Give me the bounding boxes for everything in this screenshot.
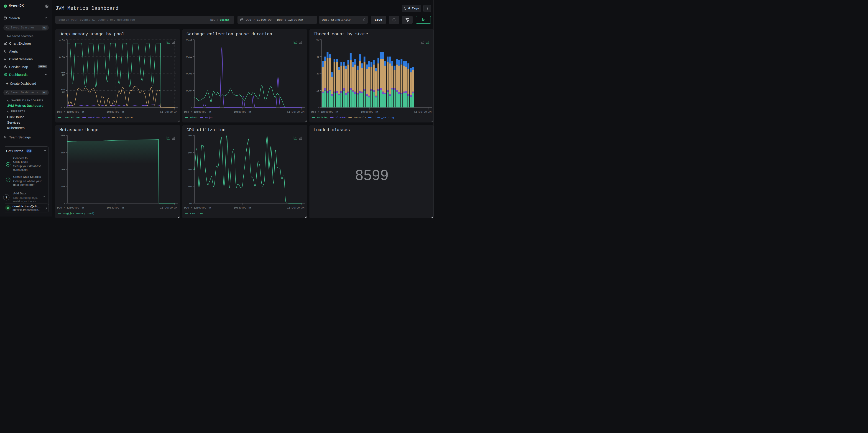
svg-text:11:30:00 AM: 11:30:00 AM <box>160 111 177 113</box>
svg-text:15: 15 <box>316 89 319 92</box>
svg-text:10:30:00 PM: 10:30:00 PM <box>106 206 124 209</box>
svg-text:?: ? <box>5 195 7 199</box>
svg-text:50M: 50M <box>61 168 65 171</box>
svg-text:blocked: blocked <box>335 116 346 119</box>
svg-text:Dec 7 12:00:00 PM: Dec 7 12:00:00 PM <box>57 111 84 113</box>
svg-text:MB: MB <box>62 74 65 77</box>
svg-text:Survivor Space: Survivor Space <box>88 116 110 119</box>
svg-text:timed_waiting: timed_waiting <box>373 116 394 119</box>
svg-text:11:30:00 AM: 11:30:00 AM <box>287 206 304 209</box>
svg-text:10:30:00 PM: 10:30:00 PM <box>106 111 124 113</box>
svg-text:25M: 25M <box>61 185 65 188</box>
svg-text:11:30:00 AM: 11:30:00 AM <box>160 206 177 209</box>
svg-text:40%: 40% <box>188 134 192 137</box>
svg-text:Dec 7 12:00:00 PM: Dec 7 12:00:00 PM <box>184 206 211 209</box>
svg-text:10:30:00 PM: 10:30:00 PM <box>234 111 251 113</box>
svg-text:major: major <box>206 116 213 119</box>
svg-text:0.12: 0.12 <box>186 55 192 58</box>
svg-text:Dec 7 12:00:00 PM: Dec 7 12:00:00 PM <box>184 111 211 113</box>
svg-text:runnable: runnable <box>353 116 366 119</box>
svg-text:avg(jvm.memory.used): avg(jvm.memory.used) <box>63 212 95 215</box>
svg-text:60: 60 <box>316 38 319 41</box>
svg-text:waiting: waiting <box>317 116 328 119</box>
svg-text:0: 0 <box>191 106 192 109</box>
svg-text:8599: 8599 <box>355 167 389 183</box>
svg-text:30%: 30% <box>188 151 192 154</box>
svg-text:10:30:00 PM: 10:30:00 PM <box>234 206 251 209</box>
svg-text:1 GB: 1 GB <box>59 38 65 41</box>
svg-text:0.04: 0.04 <box>186 89 192 92</box>
svg-text:0%: 0% <box>189 202 192 205</box>
svg-text:0.16: 0.16 <box>186 38 192 41</box>
svg-text:0.08: 0.08 <box>186 72 192 75</box>
svg-text:1 GB: 1 GB <box>59 55 65 58</box>
svg-text:CPU time: CPU time <box>190 212 203 215</box>
svg-text:0: 0 <box>318 106 319 109</box>
svg-text:0: 0 <box>64 202 65 205</box>
svg-text:minor: minor <box>190 116 198 119</box>
svg-text:10%: 10% <box>188 185 192 188</box>
svg-text:45: 45 <box>316 55 319 58</box>
svg-text:11:30:00 AM: 11:30:00 AM <box>414 111 432 113</box>
svg-text:Tenured Gen: Tenured Gen <box>63 116 81 119</box>
svg-text:75M: 75M <box>61 151 65 154</box>
svg-text:100M: 100M <box>59 134 65 137</box>
svg-text:10:30:00 PM: 10:30:00 PM <box>361 111 378 113</box>
svg-text:20%: 20% <box>188 168 192 171</box>
svg-text:Eden Space: Eden Space <box>117 116 133 119</box>
svg-text:MB: MB <box>62 91 65 94</box>
svg-text:Dec 7 12:00:00 PM: Dec 7 12:00:00 PM <box>311 111 338 113</box>
svg-text:Dec 7 12:00:00 PM: Dec 7 12:00:00 PM <box>57 206 84 209</box>
svg-text:0 B: 0 B <box>61 106 65 109</box>
svg-text:30: 30 <box>316 72 319 75</box>
svg-text:11:30:00 AM: 11:30:00 AM <box>287 111 304 113</box>
